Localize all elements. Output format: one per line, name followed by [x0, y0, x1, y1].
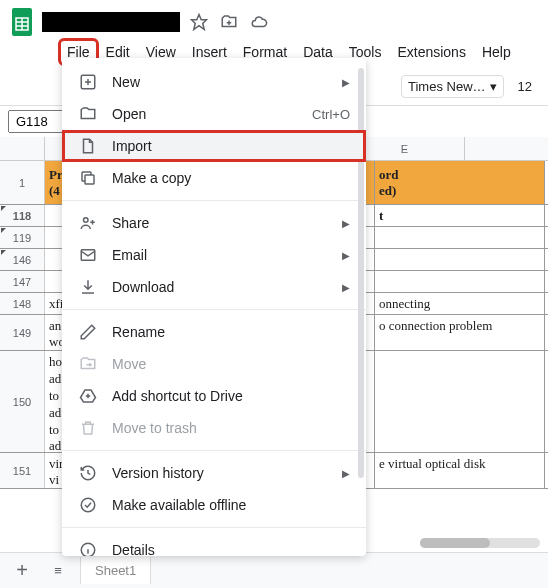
menu-item-import[interactable]: Import [62, 130, 366, 162]
horizontal-scrollbar[interactable] [420, 538, 540, 548]
svg-point-8 [84, 218, 89, 223]
menu-item-label: Download [112, 279, 328, 295]
name-box[interactable] [8, 110, 66, 133]
group-indicator-icon [1, 206, 6, 211]
offline-icon [78, 495, 98, 515]
menu-item-move: Move [62, 348, 366, 380]
menu-divider [62, 527, 366, 528]
drive-plus-icon [78, 386, 98, 406]
folder-move-icon [78, 354, 98, 374]
cell[interactable]: onnecting [375, 293, 545, 314]
cell[interactable]: orded) [375, 161, 545, 204]
info-icon [78, 540, 98, 556]
move-icon[interactable] [218, 11, 240, 33]
pencil-icon [78, 322, 98, 342]
menu-item-move-to-trash: Move to trash [62, 412, 366, 444]
download-icon [78, 277, 98, 297]
menu-item-label: Version history [112, 465, 328, 481]
cloud-icon[interactable] [248, 11, 270, 33]
menu-item-label: Rename [112, 324, 350, 340]
cell[interactable] [375, 227, 545, 248]
titlebar [0, 0, 548, 40]
cell[interactable] [375, 351, 545, 452]
cell[interactable] [375, 271, 545, 292]
menu-divider [62, 450, 366, 451]
font-size-input[interactable]: 12 [512, 76, 538, 97]
menu-item-download[interactable]: Download▶ [62, 271, 366, 303]
all-sheets-button[interactable]: ≡ [44, 557, 72, 585]
google-sheets-logo[interactable] [10, 6, 34, 38]
menu-item-version-history[interactable]: Version history▶ [62, 457, 366, 489]
row-header[interactable]: 146 [0, 249, 45, 270]
submenu-arrow-icon: ▶ [342, 468, 350, 479]
menubar-item-extensions[interactable]: Extensions [390, 40, 472, 64]
row-header[interactable]: 1 [0, 161, 45, 204]
menu-item-shortcut: Ctrl+O [312, 107, 350, 122]
menu-item-add-shortcut-to-drive[interactable]: Add shortcut to Drive [62, 380, 366, 412]
cell[interactable]: e virtual optical disk [375, 453, 545, 488]
menu-item-label: Import [112, 138, 350, 154]
group-indicator-icon [1, 250, 6, 255]
menu-item-label: Share [112, 215, 328, 231]
file-menu-dropdown: New▶OpenCtrl+OImportMake a copyShare▶Ema… [62, 58, 366, 556]
menu-item-open[interactable]: OpenCtrl+O [62, 98, 366, 130]
menu-item-new[interactable]: New▶ [62, 66, 366, 98]
sheet-tab[interactable]: Sheet1 [80, 557, 151, 584]
menubar-item-help[interactable]: Help [475, 40, 518, 64]
menu-item-label: Email [112, 247, 328, 263]
history-icon [78, 463, 98, 483]
submenu-arrow-icon: ▶ [342, 250, 350, 261]
svg-marker-5 [192, 15, 207, 30]
menu-item-label: Make available offline [112, 497, 350, 513]
row-header[interactable]: 147 [0, 271, 45, 292]
submenu-arrow-icon: ▶ [342, 282, 350, 293]
row-header[interactable]: 151 [0, 453, 45, 488]
document-title[interactable] [42, 12, 180, 32]
row-header[interactable]: 148 [0, 293, 45, 314]
menu-item-make-a-copy[interactable]: Make a copy [62, 162, 366, 194]
menu-item-make-available-offline[interactable]: Make available offline [62, 489, 366, 521]
menu-item-label: New [112, 74, 328, 90]
row-header[interactable]: 149 [0, 315, 45, 350]
plus-box-icon [78, 72, 98, 92]
group-indicator-icon [1, 228, 6, 233]
svg-rect-7 [85, 175, 94, 184]
add-sheet-button[interactable]: + [8, 557, 36, 585]
menu-item-label: Move to trash [112, 420, 350, 436]
row-header[interactable]: 118 [0, 205, 45, 226]
trash-icon [78, 418, 98, 438]
menu-item-rename[interactable]: Rename [62, 316, 366, 348]
cell[interactable]: t [375, 205, 545, 226]
menu-item-share[interactable]: Share▶ [62, 207, 366, 239]
folder-icon [78, 104, 98, 124]
menu-divider [62, 200, 366, 201]
person-plus-icon [78, 213, 98, 233]
menu-item-label: Open [112, 106, 298, 122]
chevron-down-icon: ▾ [490, 79, 497, 94]
mail-icon [78, 245, 98, 265]
sheet-tabs-bar: + ≡ Sheet1 [0, 552, 548, 588]
star-icon[interactable] [188, 11, 210, 33]
row-header[interactable]: 119 [0, 227, 45, 248]
menu-item-label: Details [112, 542, 350, 556]
font-family-select[interactable]: Times New… ▾ [401, 75, 504, 98]
menu-item-label: Make a copy [112, 170, 350, 186]
menu-item-label: Add shortcut to Drive [112, 388, 350, 404]
menu-item-label: Move [112, 356, 350, 372]
menu-item-email[interactable]: Email▶ [62, 239, 366, 271]
row-header[interactable]: 150 [0, 351, 45, 452]
menu-divider [62, 309, 366, 310]
svg-point-10 [81, 498, 95, 512]
submenu-arrow-icon: ▶ [342, 218, 350, 229]
cell[interactable] [375, 249, 545, 270]
cell[interactable]: o connection problem [375, 315, 545, 350]
menu-item-details[interactable]: Details [62, 534, 366, 556]
file-icon [78, 136, 98, 156]
copy-icon [78, 168, 98, 188]
submenu-arrow-icon: ▶ [342, 77, 350, 88]
